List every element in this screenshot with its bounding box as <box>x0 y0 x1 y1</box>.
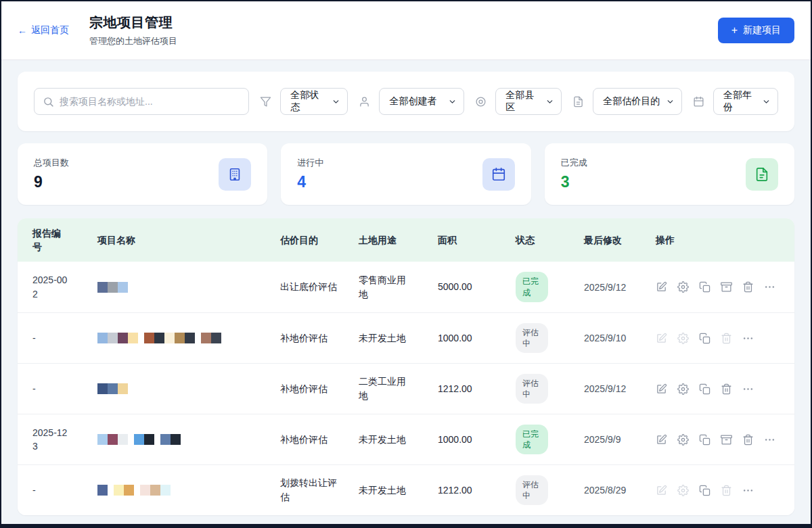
area: 5000.00m² <box>438 280 516 294</box>
more-icon[interactable] <box>764 281 775 293</box>
project-name-redacted <box>97 434 280 445</box>
last-modified-date: 2025/8/29 <box>584 485 656 496</box>
redaction-block <box>185 333 195 343</box>
file-text-icon <box>746 158 778 191</box>
user-icon <box>359 96 370 107</box>
project-name-redacted <box>97 383 280 394</box>
delete-icon <box>721 333 732 344</box>
valuation-purpose: 补地价评估 <box>280 331 344 345</box>
more-icon[interactable] <box>742 333 754 344</box>
col-header-purpose: 估价目的 <box>280 233 359 247</box>
edit-icon[interactable] <box>656 383 667 395</box>
redaction-block <box>108 434 118 445</box>
redaction-gap <box>195 333 201 343</box>
redaction-block <box>140 485 150 496</box>
copy-icon[interactable] <box>699 485 710 496</box>
area-value: 5000.00 <box>438 281 472 292</box>
building-icon <box>219 158 251 191</box>
redaction-block <box>97 434 108 445</box>
redaction-block <box>134 434 144 445</box>
area-value: 1212.00 <box>438 383 472 394</box>
valuation-purpose: 补地价评估 <box>280 382 344 396</box>
archive-icon[interactable] <box>721 281 732 293</box>
filter-bar: 全部状态 全部创建者 全部县区 全部估价目的 <box>18 72 794 131</box>
settings-icon[interactable] <box>677 383 689 395</box>
search-icon <box>43 96 54 107</box>
new-project-button[interactable]: + 新建项目 <box>718 18 794 43</box>
redaction-block <box>108 282 118 293</box>
funnel-icon <box>260 96 271 107</box>
area: 1212.00m² <box>438 483 516 498</box>
redaction-block <box>150 485 160 496</box>
stat-value: 3 <box>561 173 587 191</box>
valuation-purpose: 出让底价评估 <box>280 280 344 294</box>
report-no: 2025-002 <box>32 273 70 301</box>
redaction-block <box>154 333 164 343</box>
more-icon[interactable] <box>742 383 754 395</box>
redaction-block <box>97 383 108 394</box>
stats-row: 总项目数 9 进行中 4 已完成 3 <box>18 143 794 205</box>
redaction-block <box>97 333 108 343</box>
delete-icon[interactable] <box>721 383 732 395</box>
row-actions <box>656 281 780 293</box>
row-actions <box>656 383 780 395</box>
chevron-down-icon <box>666 97 675 106</box>
redaction-block <box>114 485 124 496</box>
more-icon[interactable] <box>764 434 775 446</box>
redaction-block <box>118 282 128 293</box>
table-row: -补地价评估二类工业用地1212.00m²评估中2025/9/12 <box>18 363 794 414</box>
row-actions <box>656 333 780 344</box>
purpose-filter-select[interactable]: 全部估价目的 <box>593 88 682 115</box>
area: 1000.00m² <box>438 433 516 447</box>
redaction-block <box>201 333 211 343</box>
copy-icon[interactable] <box>699 333 710 344</box>
redaction-block <box>160 485 171 496</box>
land-use: 零售商业用地 <box>359 273 413 302</box>
status-badge: 已完成 <box>516 272 548 302</box>
copy-icon[interactable] <box>699 434 710 446</box>
more-icon[interactable] <box>742 485 754 496</box>
valuation-purpose: 补地价评估 <box>280 433 344 447</box>
status-filter-select[interactable]: 全部状态 <box>280 88 348 115</box>
edit-icon[interactable] <box>656 281 667 293</box>
redaction-block <box>144 333 154 343</box>
redaction-block <box>160 434 171 445</box>
settings-icon <box>677 485 689 496</box>
delete-icon <box>721 485 732 496</box>
stat-card-completed: 已完成 3 <box>545 143 794 205</box>
redaction-gap <box>108 485 114 496</box>
status-filter-value: 全部状态 <box>290 89 326 114</box>
page-subtitle: 管理您的土地评估项目 <box>89 35 177 47</box>
copy-icon[interactable] <box>699 383 710 395</box>
district-filter-select[interactable]: 全部县区 <box>495 88 562 115</box>
settings-icon[interactable] <box>677 434 689 446</box>
creator-filter-select[interactable]: 全部创建者 <box>379 88 464 115</box>
edit-icon[interactable] <box>656 434 667 446</box>
redaction-block <box>108 383 118 394</box>
row-actions <box>656 485 780 496</box>
main-content: 全部状态 全部创建者 全部县区 全部估价目的 <box>1 60 811 515</box>
year-filter-select[interactable]: 全部年份 <box>713 88 778 115</box>
land-use: 二类工业用地 <box>359 375 413 403</box>
settings-icon[interactable] <box>677 281 689 293</box>
back-to-home-link[interactable]: ← 返回首页 <box>18 24 69 37</box>
redaction-block <box>118 434 128 445</box>
land-use: 未开发土地 <box>359 331 413 345</box>
area: 1000.00m² <box>438 331 516 345</box>
archive-icon[interactable] <box>721 434 732 446</box>
search-input[interactable] <box>60 96 240 107</box>
redaction-block <box>164 333 175 343</box>
stat-card-in-progress: 进行中 4 <box>281 143 531 205</box>
col-header-modified: 最后修改 <box>584 233 656 247</box>
report-no: - <box>32 382 70 395</box>
calendar-icon <box>482 158 515 191</box>
copy-icon[interactable] <box>699 281 710 293</box>
last-modified-date: 2025/9/12 <box>584 282 656 293</box>
delete-icon[interactable] <box>742 434 754 446</box>
app-window: ← 返回首页 宗地项目管理 管理您的土地评估项目 + 新建项目 全部状态 <box>0 0 812 528</box>
stat-label: 进行中 <box>297 157 323 169</box>
project-name-redacted <box>97 485 280 496</box>
delete-icon[interactable] <box>742 281 754 293</box>
col-header-actions: 操作 <box>656 233 780 247</box>
edit-icon <box>656 333 667 344</box>
